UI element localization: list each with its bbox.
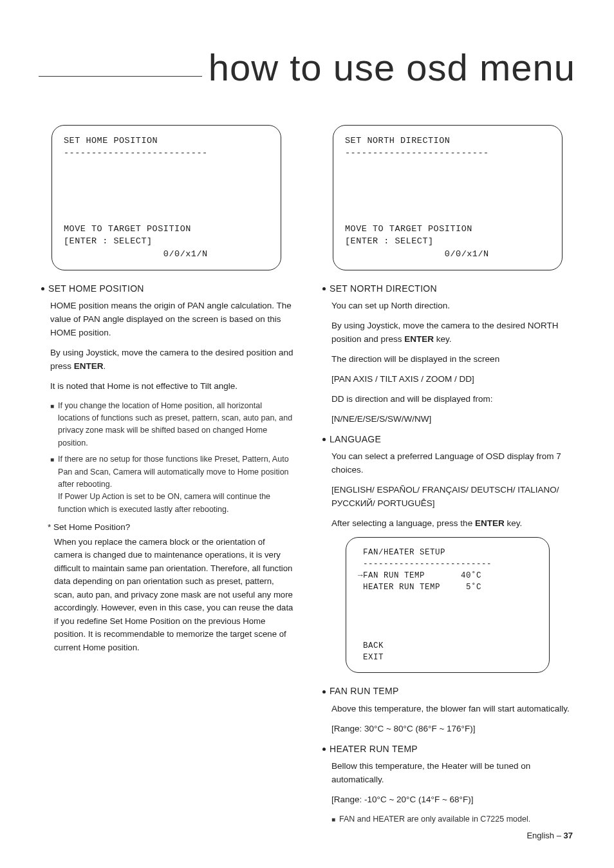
list-item: ■ If you change the location of Home pos… xyxy=(50,400,294,450)
section-head: SET NORTH DIRECTION xyxy=(320,282,575,296)
paragraph: HOME position means the origin of PAN an… xyxy=(50,299,294,340)
section-title: FAN RUN TEMP xyxy=(330,684,399,699)
paragraph: By using Joystick, move the camera to th… xyxy=(331,319,575,346)
note-block: * Set Home Position? When you replace th… xyxy=(48,521,294,654)
section-head: HEATER RUN TEMP xyxy=(320,742,575,757)
page-title: how to use osd menu xyxy=(209,39,575,97)
left-column: SET HOME POSITION ----------------------… xyxy=(39,121,294,831)
note-head: * Set Home Position? xyxy=(48,521,294,534)
section-head: FAN RUN TEMP xyxy=(320,684,575,699)
text: key. xyxy=(434,334,452,344)
square-bullet-icon: ■ xyxy=(331,813,335,826)
paragraph: It is noted that Home is not effective t… xyxy=(50,380,294,393)
paragraph: [PAN AXIS / TILT AXIS / ZOOM / DD] xyxy=(331,373,575,386)
osd-set-north-direction: SET NORTH DIRECTION --------------------… xyxy=(333,125,563,270)
paragraph: Bellow this temperature, the Heater will… xyxy=(331,760,575,787)
text: key. xyxy=(505,518,523,528)
bullet-icon xyxy=(41,287,44,290)
paragraph: You can set up North direction. xyxy=(331,299,575,313)
paragraph: Above this temperature, the blower fan w… xyxy=(331,703,575,716)
paragraph: [Range: 30°C ~ 80°C (86°F ~ 176°F)] xyxy=(331,722,575,736)
square-bullet-icon: ■ xyxy=(50,453,54,516)
text: After selecting a language, press the xyxy=(331,518,475,528)
section-head: LANGUAGE xyxy=(320,433,575,447)
content-columns: SET HOME POSITION ----------------------… xyxy=(39,121,575,831)
page-number: 37 xyxy=(564,831,573,840)
enter-key: ENTER xyxy=(475,518,505,528)
enter-key: ENTER xyxy=(404,334,434,344)
list-item-text: If there are no setup for those function… xyxy=(58,453,294,516)
paragraph: By using Joystick, move the camera to th… xyxy=(50,346,294,373)
paragraph: [ENGLISH/ ESPAÑOL/ FRANÇAIS/ DEUTSCH/ IT… xyxy=(331,484,575,511)
section-head: SET HOME POSITION xyxy=(39,282,294,296)
right-column: SET NORTH DIRECTION --------------------… xyxy=(320,121,575,831)
osd-set-home-position: SET HOME POSITION ----------------------… xyxy=(51,125,281,270)
text: . xyxy=(104,361,106,371)
title-underline xyxy=(39,76,202,77)
bullet-icon xyxy=(322,690,326,693)
paragraph: DD is direction and will be displayed fr… xyxy=(331,393,575,406)
paragraph: You can select a preferred Language of O… xyxy=(331,450,575,477)
note-body: When you replace the camera block or the… xyxy=(54,536,294,654)
paragraph: [N/NE/E/SE/S/SW/W/NW] xyxy=(331,413,575,426)
note-list: ■ FAN and HEATER are only available in C… xyxy=(331,813,575,826)
bullet-icon xyxy=(322,438,326,441)
page-footer: English – 37 xyxy=(526,829,573,842)
bullet-icon xyxy=(322,287,326,290)
footer-lang: English – xyxy=(526,831,563,840)
section-title: SET HOME POSITION xyxy=(48,282,144,296)
note-list: ■ If you change the location of Home pos… xyxy=(50,400,294,516)
section-title: HEATER RUN TEMP xyxy=(330,742,418,757)
square-bullet-icon: ■ xyxy=(50,400,54,450)
osd-fan-heater-setup: FAN/HEATER SETUP -----------------------… xyxy=(346,537,550,673)
bullet-icon xyxy=(322,748,326,751)
page-title-row: how to use osd menu xyxy=(39,39,575,97)
enter-key: ENTER xyxy=(74,361,104,371)
list-item-text: If you change the location of Home posit… xyxy=(58,400,294,450)
paragraph: [Range: -10°C ~ 20°C (14°F ~ 68°F)] xyxy=(331,793,575,807)
paragraph: The direction will be displayed in the s… xyxy=(331,353,575,366)
section-title: LANGUAGE xyxy=(330,433,381,447)
section-title: SET NORTH DIRECTION xyxy=(330,282,437,296)
paragraph: After selecting a language, press the EN… xyxy=(331,517,575,531)
list-item: ■ If there are no setup for those functi… xyxy=(50,453,294,516)
list-item: ■ FAN and HEATER are only available in C… xyxy=(331,813,575,826)
list-item-text: FAN and HEATER are only available in C72… xyxy=(339,813,530,826)
